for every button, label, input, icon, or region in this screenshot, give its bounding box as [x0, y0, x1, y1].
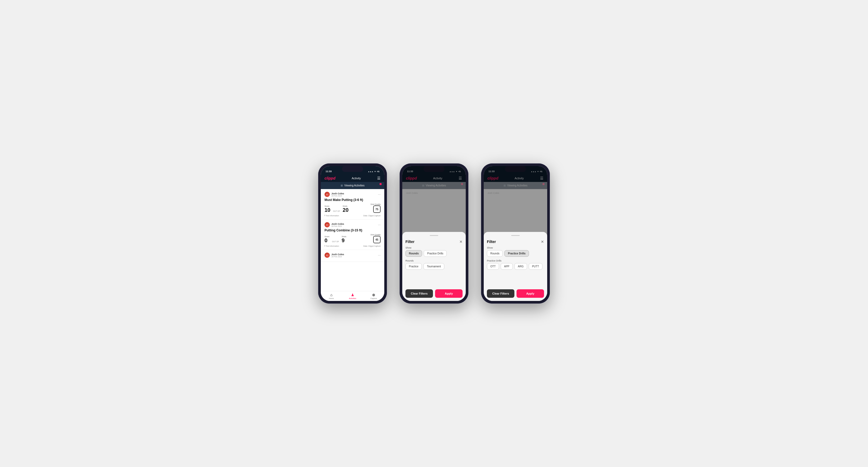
- sq-label-1: Shot Quality: [371, 204, 380, 205]
- activity-card-3: JC Josh Coles 28 Feb 2023 ···: [321, 250, 384, 262]
- rounds-btn-3[interactable]: Rounds: [487, 250, 503, 257]
- phone-notch: [342, 166, 363, 172]
- filter-close-3[interactable]: ✕: [541, 240, 544, 244]
- card-dots-1[interactable]: ···: [378, 192, 380, 196]
- filter-sheet-2: Filter ✕ Show Rounds Practice Drills Rou…: [402, 232, 466, 301]
- filter-overlay-2: Filter ✕ Show Rounds Practice Drills Rou…: [402, 166, 466, 301]
- shots-stat-1: Shots 20: [343, 205, 348, 213]
- sheet-footer-2: Clear Filters Apply: [405, 289, 463, 298]
- score-value-2: 0: [324, 238, 328, 243]
- practice-btn-2[interactable]: Practice: [405, 263, 422, 270]
- drills-buttons-3: OTT APP ARG PUTT: [487, 263, 544, 270]
- nav-home[interactable]: ⌂ Home: [321, 291, 342, 301]
- menu-icon-1[interactable]: ☰: [377, 176, 380, 180]
- activity-card-2: JC Josh Coles 28 Feb 2023 ··· Putting Co…: [321, 219, 384, 250]
- filter-drills-section-3: Practice Drills OTT APP ARG PUTT: [487, 259, 544, 270]
- user-meta-2: Josh Coles 28 Feb 2023: [331, 223, 344, 227]
- show-label-2: Show: [405, 246, 463, 249]
- filter-overlay-backdrop-3[interactable]: [484, 166, 547, 232]
- avatar-2: JC: [324, 222, 330, 227]
- app-header-1: clippd Activity ☰: [321, 175, 384, 182]
- card-dots-2[interactable]: ···: [378, 223, 380, 227]
- rounds-section-label-2: Rounds: [405, 259, 463, 262]
- home-icon: ⌂: [330, 293, 333, 297]
- drills-section-label-3: Practice Drills: [487, 259, 544, 262]
- user-meta-1: Josh Coles 28 Feb 2023: [331, 192, 344, 197]
- stats-row-2: Score 0 OUT OF Shots 9 Shot Quality 45: [324, 234, 380, 243]
- sq-label-2: Shot Quality: [371, 234, 380, 236]
- activity-list: JC Josh Coles 28 Feb 2023 ··· Must Make …: [321, 189, 384, 291]
- sq-stat-2: Shot Quality 45: [371, 234, 380, 243]
- show-buttons-3: Rounds Practice Drills: [487, 250, 544, 257]
- filter-overlay-3: Filter ✕ Show Rounds Practice Drills Pra…: [484, 166, 547, 301]
- clear-filters-btn-2[interactable]: Clear Filters: [405, 289, 433, 298]
- viewing-bar-1[interactable]: ⊞ Viewing Activities: [321, 182, 384, 189]
- show-buttons-2: Rounds Practice Drills: [405, 250, 463, 257]
- spacer-2: [405, 272, 463, 286]
- activity-title-2: Putting Combine (3-15 ft): [324, 228, 380, 232]
- filter-title-2: Filter: [405, 240, 414, 244]
- activity-title-1: Must Make Putting (3-6 ft): [324, 198, 380, 202]
- score-stat-2: Score 0: [324, 236, 329, 243]
- data-source-1: Data: Clippd Capture: [363, 215, 380, 217]
- nav-activities[interactable]: ♟ Activities: [342, 291, 363, 301]
- card-footer-2: ℹ Test Information Data: Clippd Capture: [324, 245, 380, 247]
- test-info-1: ℹ Test Information: [324, 214, 339, 217]
- rounds-btn-2[interactable]: Rounds: [405, 250, 422, 257]
- practice-drills-btn-3[interactable]: Practice Drills: [504, 250, 529, 257]
- phone-2-screen: 11:33 ▲▲▲ ▼ ▪51 clippd Activity ☰ ⊞ View…: [402, 166, 466, 301]
- sheet-footer-3: Clear Filters Apply: [487, 289, 544, 298]
- arg-btn-3[interactable]: ARG: [515, 263, 527, 270]
- card-footer-1: ℹ Test Information Data: Clippd Capture: [324, 214, 380, 217]
- home-label: Home: [329, 298, 334, 299]
- filter-rounds-section-2: Rounds Practice Tournament: [405, 259, 463, 270]
- avatar-img-3: JC: [324, 253, 330, 258]
- out-of-1: OUT OF: [333, 210, 340, 212]
- filter-sheet-3: Filter ✕ Show Rounds Practice Drills Pra…: [484, 232, 547, 301]
- info-icon-1: ℹ: [324, 214, 325, 217]
- apply-btn-2[interactable]: Apply: [435, 289, 463, 298]
- sheet-header-2: Filter ✕: [405, 240, 463, 244]
- phone-1: 11:33 ▲▲▲ ▼ ▪51 clippd Activity ☰ ⊞ View…: [318, 163, 387, 304]
- card-header-2: JC Josh Coles 28 Feb 2023 ···: [324, 222, 380, 227]
- signal-icon: ▲▲▲: [368, 170, 373, 173]
- user-name-1: Josh Coles: [331, 192, 344, 195]
- ott-btn-3[interactable]: OTT: [487, 263, 499, 270]
- scene: 11:33 ▲▲▲ ▼ ▪51 clippd Activity ☰ ⊞ View…: [308, 153, 560, 314]
- user-date-1: 28 Feb 2023: [331, 195, 344, 197]
- avatar-img-1: JC: [324, 192, 330, 197]
- phone-3: 11:33 ▲▲▲ ▼ ▪51 clippd Activity ☰ ⊞ View…: [481, 163, 550, 304]
- nav-capture[interactable]: ⊕ Capture: [363, 291, 384, 301]
- viewing-dot-1: [379, 183, 382, 185]
- card-dots-3[interactable]: ···: [378, 253, 380, 257]
- activities-icon: ♟: [351, 293, 354, 297]
- shots-label-1: Shots: [343, 205, 348, 207]
- status-time-1: 11:33: [326, 170, 332, 173]
- app-btn-3[interactable]: APP: [501, 263, 513, 270]
- filter-overlay-backdrop-2[interactable]: [402, 166, 466, 232]
- user-info-3: JC Josh Coles 28 Feb 2023: [324, 253, 344, 258]
- filter-title-3: Filter: [487, 240, 496, 244]
- phone-3-screen: 11:33 ▲▲▲ ▼ ▪51 clippd Activity ☰ ⊞ View…: [484, 166, 547, 301]
- show-label-3: Show: [487, 246, 544, 249]
- viewing-bar-text-1: Viewing Activities: [344, 184, 365, 187]
- activity-card-1: JC Josh Coles 28 Feb 2023 ··· Must Make …: [321, 189, 384, 219]
- apply-btn-3[interactable]: Apply: [517, 289, 544, 298]
- phone-1-screen: 11:33 ▲▲▲ ▼ ▪51 clippd Activity ☰ ⊞ View…: [321, 166, 384, 301]
- avatar-1: JC: [324, 192, 330, 197]
- putt-btn-3[interactable]: PUTT: [529, 263, 542, 270]
- user-date-3: 28 Feb 2023: [331, 256, 344, 257]
- sq-badge-2: 45: [373, 236, 380, 243]
- sheet-handle-3: [511, 235, 520, 236]
- wifi-icon: ▼: [374, 170, 376, 173]
- practice-drills-btn-2[interactable]: Practice Drills: [424, 250, 447, 257]
- tournament-btn-2[interactable]: Tournament: [424, 263, 444, 270]
- avatar-3: JC: [324, 253, 330, 258]
- bottom-nav-1: ⌂ Home ♟ Activities ⊕ Capture: [321, 291, 384, 301]
- filter-icon-1: ⊞: [341, 184, 343, 187]
- sq-stat-1: Shot Quality 75: [371, 204, 380, 213]
- filter-close-2[interactable]: ✕: [459, 240, 463, 244]
- user-name-3: Josh Coles: [331, 253, 344, 256]
- clear-filters-btn-3[interactable]: Clear Filters: [487, 289, 515, 298]
- sheet-header-3: Filter ✕: [487, 240, 544, 244]
